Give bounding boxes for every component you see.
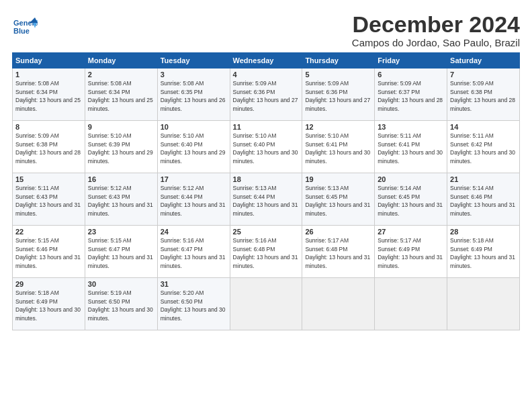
table-row: 4 Sunrise: 5:09 AMSunset: 6:36 PMDayligh… xyxy=(230,68,302,121)
day-number: 21 xyxy=(450,175,517,183)
table-row xyxy=(447,278,520,330)
table-row xyxy=(375,278,447,330)
day-info: Sunrise: 5:09 AMSunset: 6:36 PMDaylight:… xyxy=(233,80,298,111)
day-info: Sunrise: 5:08 AMSunset: 6:35 PMDaylight:… xyxy=(161,80,226,111)
day-number: 13 xyxy=(378,123,444,131)
logo: General Blue xyxy=(12,15,36,39)
day-number: 1 xyxy=(15,71,82,79)
day-info: Sunrise: 5:14 AMSunset: 6:46 PMDaylight:… xyxy=(450,185,515,216)
day-number: 19 xyxy=(305,175,371,183)
table-row: 13 Sunrise: 5:11 AMSunset: 6:41 PMDaylig… xyxy=(375,121,447,173)
day-info: Sunrise: 5:13 AMSunset: 6:44 PMDaylight:… xyxy=(233,185,298,216)
table-row: 18 Sunrise: 5:13 AMSunset: 6:44 PMDaylig… xyxy=(230,173,302,226)
title-block: December 2024 Campos do Jordao, Sao Paul… xyxy=(352,12,520,48)
day-number: 22 xyxy=(15,228,82,236)
day-info: Sunrise: 5:10 AMSunset: 6:40 PMDaylight:… xyxy=(161,132,226,164)
day-info: Sunrise: 5:11 AMSunset: 6:43 PMDaylight:… xyxy=(15,185,81,216)
day-info: Sunrise: 5:09 AMSunset: 6:38 PMDaylight:… xyxy=(15,132,81,164)
location-title: Campos do Jordao, Sao Paulo, Brazil xyxy=(352,37,520,48)
day-number: 14 xyxy=(450,123,517,131)
day-number: 10 xyxy=(161,123,227,131)
table-row: 20 Sunrise: 5:14 AMSunset: 6:45 PMDaylig… xyxy=(375,173,447,226)
day-number: 17 xyxy=(161,175,227,183)
table-row: 8 Sunrise: 5:09 AMSunset: 6:38 PMDayligh… xyxy=(13,121,85,173)
day-info: Sunrise: 5:16 AMSunset: 6:48 PMDaylight:… xyxy=(233,237,298,269)
table-row: 25 Sunrise: 5:16 AMSunset: 6:48 PMDaylig… xyxy=(230,226,302,278)
day-number: 20 xyxy=(378,175,444,183)
day-info: Sunrise: 5:18 AMSunset: 6:49 PMDaylight:… xyxy=(15,289,81,321)
calendar: Sunday Monday Tuesday Wednesday Thursday… xyxy=(12,52,520,330)
col-wednesday: Wednesday xyxy=(230,53,302,68)
table-row: 16 Sunrise: 5:12 AMSunset: 6:43 PMDaylig… xyxy=(85,173,157,226)
day-number: 29 xyxy=(15,280,82,288)
day-info: Sunrise: 5:09 AMSunset: 6:37 PMDaylight:… xyxy=(378,80,443,111)
page: General Blue December 2024 Campos do Jor… xyxy=(0,0,532,337)
table-row: 31 Sunrise: 5:20 AMSunset: 6:50 PMDaylig… xyxy=(157,278,230,330)
day-number: 24 xyxy=(161,228,227,236)
day-info: Sunrise: 5:09 AMSunset: 6:38 PMDaylight:… xyxy=(450,80,515,111)
table-row: 12 Sunrise: 5:10 AMSunset: 6:41 PMDaylig… xyxy=(302,121,375,173)
day-info: Sunrise: 5:16 AMSunset: 6:47 PMDaylight:… xyxy=(161,237,226,269)
col-sunday: Sunday xyxy=(13,53,85,68)
table-row xyxy=(302,278,375,330)
table-row: 29 Sunrise: 5:18 AMSunset: 6:49 PMDaylig… xyxy=(13,278,85,330)
table-row: 1 Sunrise: 5:08 AMSunset: 6:34 PMDayligh… xyxy=(13,68,85,121)
day-number: 3 xyxy=(161,71,227,79)
day-info: Sunrise: 5:19 AMSunset: 6:50 PMDaylight:… xyxy=(88,289,153,321)
day-number: 9 xyxy=(88,123,154,131)
day-info: Sunrise: 5:14 AMSunset: 6:45 PMDaylight:… xyxy=(378,185,443,216)
table-row: 6 Sunrise: 5:09 AMSunset: 6:37 PMDayligh… xyxy=(375,68,447,121)
day-info: Sunrise: 5:10 AMSunset: 6:39 PMDaylight:… xyxy=(88,132,153,164)
table-row: 10 Sunrise: 5:10 AMSunset: 6:40 PMDaylig… xyxy=(157,121,230,173)
day-info: Sunrise: 5:08 AMSunset: 6:34 PMDaylight:… xyxy=(15,80,81,111)
table-row: 21 Sunrise: 5:14 AMSunset: 6:46 PMDaylig… xyxy=(447,173,520,226)
day-number: 27 xyxy=(378,228,444,236)
month-title: December 2024 xyxy=(352,12,520,37)
table-row: 28 Sunrise: 5:18 AMSunset: 6:49 PMDaylig… xyxy=(447,226,520,278)
day-number: 7 xyxy=(450,71,517,79)
day-info: Sunrise: 5:17 AMSunset: 6:48 PMDaylight:… xyxy=(305,237,370,269)
table-row: 14 Sunrise: 5:11 AMSunset: 6:42 PMDaylig… xyxy=(447,121,520,173)
table-row: 17 Sunrise: 5:12 AMSunset: 6:44 PMDaylig… xyxy=(157,173,230,226)
svg-text:Blue: Blue xyxy=(13,27,30,35)
day-number: 8 xyxy=(15,123,82,131)
table-row: 26 Sunrise: 5:17 AMSunset: 6:48 PMDaylig… xyxy=(302,226,375,278)
day-number: 6 xyxy=(378,71,444,79)
table-row: 11 Sunrise: 5:10 AMSunset: 6:40 PMDaylig… xyxy=(230,121,302,173)
col-tuesday: Tuesday xyxy=(157,53,230,68)
table-row: 9 Sunrise: 5:10 AMSunset: 6:39 PMDayligh… xyxy=(85,121,157,173)
table-row: 5 Sunrise: 5:09 AMSunset: 6:36 PMDayligh… xyxy=(302,68,375,121)
day-info: Sunrise: 5:12 AMSunset: 6:44 PMDaylight:… xyxy=(161,185,226,216)
day-number: 11 xyxy=(233,123,300,131)
table-row: 7 Sunrise: 5:09 AMSunset: 6:38 PMDayligh… xyxy=(447,68,520,121)
day-info: Sunrise: 5:17 AMSunset: 6:49 PMDaylight:… xyxy=(378,237,443,269)
day-number: 5 xyxy=(305,71,371,79)
day-info: Sunrise: 5:15 AMSunset: 6:46 PMDaylight:… xyxy=(15,237,81,269)
table-row xyxy=(230,278,302,330)
day-number: 26 xyxy=(305,228,371,236)
day-number: 15 xyxy=(15,175,82,183)
day-info: Sunrise: 5:11 AMSunset: 6:42 PMDaylight:… xyxy=(450,132,515,164)
day-info: Sunrise: 5:15 AMSunset: 6:47 PMDaylight:… xyxy=(88,237,153,269)
col-saturday: Saturday xyxy=(447,53,520,68)
day-info: Sunrise: 5:20 AMSunset: 6:50 PMDaylight:… xyxy=(161,289,226,321)
col-friday: Friday xyxy=(375,53,447,68)
logo-icon: General Blue xyxy=(12,15,36,39)
col-monday: Monday xyxy=(85,53,157,68)
table-row: 27 Sunrise: 5:17 AMSunset: 6:49 PMDaylig… xyxy=(375,226,447,278)
day-info: Sunrise: 5:10 AMSunset: 6:41 PMDaylight:… xyxy=(305,132,370,164)
table-row: 30 Sunrise: 5:19 AMSunset: 6:50 PMDaylig… xyxy=(85,278,157,330)
col-thursday: Thursday xyxy=(302,53,375,68)
table-row: 19 Sunrise: 5:13 AMSunset: 6:45 PMDaylig… xyxy=(302,173,375,226)
day-number: 12 xyxy=(305,123,371,131)
table-row: 24 Sunrise: 5:16 AMSunset: 6:47 PMDaylig… xyxy=(157,226,230,278)
day-number: 31 xyxy=(161,280,227,288)
table-row: 2 Sunrise: 5:08 AMSunset: 6:34 PMDayligh… xyxy=(85,68,157,121)
day-info: Sunrise: 5:09 AMSunset: 6:36 PMDaylight:… xyxy=(305,80,370,111)
table-row: 23 Sunrise: 5:15 AMSunset: 6:47 PMDaylig… xyxy=(85,226,157,278)
day-info: Sunrise: 5:13 AMSunset: 6:45 PMDaylight:… xyxy=(305,185,370,216)
day-number: 18 xyxy=(233,175,300,183)
header: General Blue December 2024 Campos do Jor… xyxy=(12,12,520,48)
day-info: Sunrise: 5:08 AMSunset: 6:34 PMDaylight:… xyxy=(88,80,153,111)
day-info: Sunrise: 5:12 AMSunset: 6:43 PMDaylight:… xyxy=(88,185,153,216)
